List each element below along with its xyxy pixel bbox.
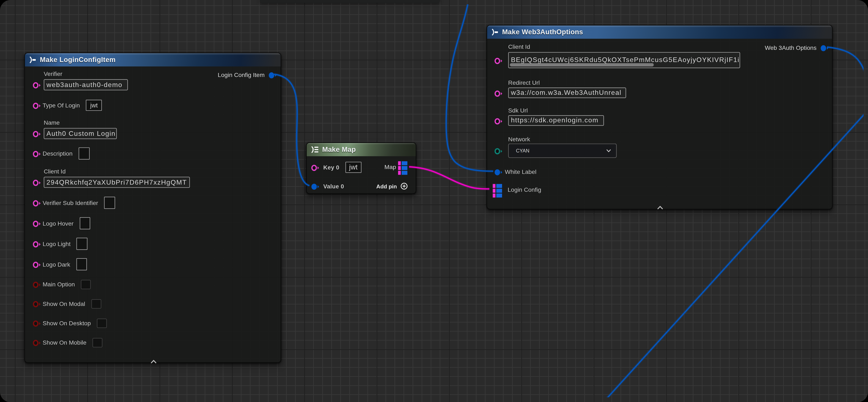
string-pin-icon[interactable] [32,219,41,228]
make-login-config-item-6-input[interactable] [80,218,90,229]
make-login-config-item-5-input[interactable] [104,197,115,209]
pin-label: White Label [505,168,536,175]
string-pin-icon[interactable] [32,199,41,207]
pin-label: Sdk Url [508,107,528,114]
pin-label: Network [508,136,530,143]
field-scrollbar[interactable] [510,63,654,66]
offscreen-node-fragment[interactable] [260,0,440,3]
pin-label: Key 0 [323,164,339,171]
struct-pin-icon[interactable] [820,44,829,52]
make-login-config-item-2-input[interactable]: Auth0 Custom Login [44,127,117,139]
node-header[interactable]: Make Web3AuthOptions [487,25,832,39]
collapse-chevron-icon[interactable] [150,356,157,366]
node-header[interactable]: Make Map [307,143,416,156]
string-pin-icon[interactable] [32,81,41,89]
make-login-config-item-node[interactable]: Make LoginConfigItemVerifierweb3auth-aut… [24,53,281,363]
make-login-config-item-9-checkbox[interactable] [81,280,91,289]
node-title: Make Map [322,146,356,153]
output-pin-label: Map [384,163,396,170]
pin-label: Logo Hover [43,220,73,227]
make-login-config-item-8-input[interactable] [76,258,87,270]
make-map-node[interactable]: Make MapKey 0jwtValue 0MapAdd pin [306,142,416,194]
string-pin-icon[interactable] [494,89,503,98]
pin-label: Name [44,119,60,126]
node-title: Make Web3AuthOptions [502,28,583,36]
make-login-config-item-10-checkbox[interactable] [91,299,101,309]
make-login-config-item-7-input[interactable] [77,238,87,250]
pin-label: Client Id [44,168,66,174]
make-login-config-item-11-checkbox[interactable] [97,318,107,328]
make-web3auth-options-1-input[interactable]: w3a://com.w3a.Web3AuthUnreal [508,87,626,98]
make-struct-icon [491,28,499,36]
string-pin-icon[interactable] [32,240,41,249]
network-dropdown[interactable]: CYAN [508,144,617,158]
pin-label: Verifier Sub Identifier [43,200,98,206]
pin-label: Logo Dark [43,261,70,268]
string-pin-icon[interactable] [32,149,41,158]
bool-pin-icon[interactable] [32,280,41,289]
string-pin-icon[interactable] [32,129,41,138]
node-header[interactable]: Make LoginConfigItem [25,53,281,66]
make-login-config-item-0-input[interactable]: web3auth-auth0-demo [44,79,128,90]
enum-pin-icon[interactable] [494,147,503,155]
wire-offscreen-top-to-white-label[interactable] [446,4,493,171]
pin-label: Logo Light [43,240,70,247]
make-web3auth-options-node[interactable]: Make Web3AuthOptionsClient IdBEglQSgt4cU… [487,25,833,210]
dropdown-value: CYAN [509,148,606,153]
node-title: Make LoginConfigItem [40,56,116,64]
struct-pin-icon[interactable] [494,168,503,176]
pin-label: Description [43,150,72,157]
map-pin-icon[interactable] [398,161,407,175]
make-login-config-item-3-input[interactable] [79,148,89,160]
bool-pin-icon[interactable] [32,299,41,308]
string-pin-icon[interactable] [494,56,503,65]
pin-label: Show On Desktop [43,320,91,326]
bool-pin-icon[interactable] [32,338,41,347]
struct-pin-icon[interactable] [269,70,277,80]
output-pin-label: Login Config Item [218,71,265,78]
make-map-0-input[interactable]: jwt [345,162,361,173]
output-pin-label: Web 3Auth Options [765,44,816,51]
string-pin-icon[interactable] [494,117,503,125]
chevron-down-icon [606,149,611,152]
add-pin-icon [400,182,408,190]
graph-canvas[interactable]: Make LoginConfigItemVerifierweb3auth-aut… [0,0,868,402]
collapse-chevron-icon[interactable] [656,202,663,212]
make-web3auth-options-2-input[interactable]: https://sdk.openlogin.com [508,115,604,126]
pin-label: Show On Modal [43,300,85,307]
make-login-config-item-4-input[interactable]: 294QRkchfq2YaXUbPri7D6PH7xzHgQMT [44,176,190,188]
pin-label: Value 0 [323,183,344,190]
string-pin-icon[interactable] [32,101,41,110]
wire-map-to-login-config[interactable] [409,167,489,189]
string-pin-icon[interactable] [311,163,320,172]
pin-label: Redirect Url [508,79,540,86]
make-login-config-item-12-checkbox[interactable] [93,338,102,347]
pin-label: Login Config [507,186,541,193]
pin-label: Verifier [44,70,62,77]
add-pin-button[interactable]: Add pin [376,182,408,190]
blueprint-editor: Make LoginConfigItemVerifierweb3auth-aut… [0,0,868,402]
map-pin-icon[interactable] [492,184,502,198]
pin-label: Show On Mobile [43,339,87,346]
struct-pin-icon[interactable] [311,182,320,191]
pin-label: Client Id [508,43,530,50]
add-pin-label: Add pin [376,183,397,189]
pin-label: Main Option [43,281,75,288]
string-pin-icon[interactable] [32,260,41,269]
string-pin-icon[interactable] [32,178,41,187]
make-login-config-item-1-input[interactable]: jwt [86,100,102,111]
make-struct-icon [29,56,36,64]
pin-label: Type Of Login [43,102,80,109]
make-container-icon [310,146,319,153]
bool-pin-icon[interactable] [32,319,41,328]
